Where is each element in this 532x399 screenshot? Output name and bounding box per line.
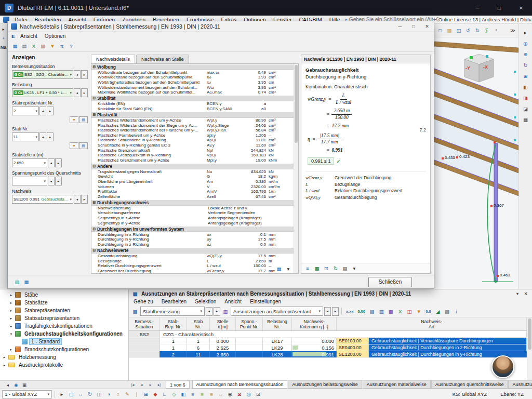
table-group-row[interactable]: BS2GZG - Charakteristisch	[129, 331, 527, 338]
detail-row[interactable]: Relativer DurchbiegungsgrenzwertL / wzul…	[91, 263, 294, 269]
prev-button[interactable]: ◂	[74, 88, 81, 97]
prev-button[interactable]: ◂	[206, 307, 212, 316]
detail-row[interactable]: Durchbiegung in x-Richtungux-0.1mm	[91, 232, 294, 237]
table-row[interactable]: 162.625LK290.156SE0400.00Gebrauchstaugli…	[129, 344, 527, 351]
minimize-button[interactable]: ─	[467, 0, 488, 16]
tree-item[interactable]: ▸Stabsätze	[0, 299, 128, 307]
section-header[interactable]: ⊟Durchbiegungsnachweis	[91, 200, 294, 206]
plane-xy-icon[interactable]: ■	[189, 390, 197, 398]
result-table-dropdown[interactable]: Ausnutzungen an Stabrepräsentanten ▾	[231, 307, 323, 316]
chevron-right-icon[interactable]: ▸	[9, 301, 14, 305]
detail-row[interactable]: GesamtdurchbiegungwQ(E),y17.5mm	[91, 254, 294, 259]
results-menu-item[interactable]: Bearbeiten	[158, 299, 190, 304]
next-button[interactable]: ▸	[81, 195, 88, 204]
grid-icon[interactable]: ⊞	[142, 390, 150, 398]
filter-icon[interactable]: ▼	[415, 307, 423, 315]
table-tab[interactable]: Ausnutzungen belastungsweise	[288, 381, 362, 389]
tree-item[interactable]: ▸Ausdruckprotokolle	[0, 361, 128, 369]
dialog-menu-item[interactable]: Optionen	[42, 33, 69, 39]
detail-row[interactable]: Plastisches Widerstandsmoment um y-Achse…	[91, 118, 294, 123]
table-sync-icon[interactable]: ▦	[313, 264, 321, 273]
print-icon[interactable]: ▤	[20, 42, 29, 50]
column-header[interactable]: Nachweis-Kriterium η [--]	[292, 317, 337, 330]
detail-row[interactable]: Knicklinie (EN)BCEN,ya	[91, 101, 294, 107]
detail-row[interactable]: GewichtG18.2kg/m	[91, 174, 294, 179]
result-diagram-icon[interactable]: ◢	[434, 307, 442, 315]
collapse-icon[interactable]: ⊟	[91, 113, 97, 117]
section-header[interactable]: ⊟Stabilität	[91, 96, 294, 101]
rotate-view-icon[interactable]: ↻	[522, 61, 530, 69]
collapse-icon[interactable]: ⊟	[91, 96, 97, 100]
pin-icon[interactable]: ▾	[513, 290, 522, 297]
chevron-right-icon[interactable]: ▸	[9, 316, 14, 321]
schliessen-button[interactable]: Schließen	[368, 277, 412, 287]
chevron-right-icon[interactable]: ▸	[9, 309, 14, 313]
tree-item[interactable]: ▸Brandschutzkonfigurationen	[0, 345, 128, 353]
plane-yz-icon[interactable]: ■	[198, 390, 206, 398]
tree-item[interactable]: ▾Gebrauchstauglichkeitskonfigurationen	[0, 330, 128, 338]
next-button[interactable]: ▸	[81, 70, 88, 79]
camera-icon[interactable]: ▣	[21, 381, 28, 388]
results-menu-item[interactable]: Gehe zu	[130, 299, 157, 304]
table-row[interactable]: 110.000LK170.000SE0100.00Gebrauchstaugli…	[129, 338, 527, 344]
model-viewport[interactable]: -Y -X 0.435 0.423 0.367 0.463	[434, 37, 518, 289]
table-tab[interactable]: Ausnutzungen nach Stab...	[508, 381, 532, 389]
nachweis-select[interactable]: SE1200 0.991 Gebrauchstauglich... ▾	[12, 195, 73, 204]
spannungspunkt-select[interactable]: ▾	[12, 177, 47, 185]
filter-icon[interactable]: ▼	[70, 142, 78, 149]
new-model-icon[interactable]: □	[436, 26, 444, 35]
stabstelle-select[interactable]: 2.650 ▾	[12, 158, 47, 167]
column-header[interactable]: Stellex [m]	[210, 317, 236, 330]
column-header[interactable]: Spann.-Punkt Nr.	[236, 317, 263, 330]
detail-row[interactable]: Tragwiderstand gegen NormalkraftNu834.62…	[91, 169, 294, 175]
next-button[interactable]: ▸	[55, 177, 62, 185]
results-menu-item[interactable]: Selektion	[191, 299, 220, 304]
tree-item[interactable]: ▸Stabrepräsentanten	[0, 307, 128, 314]
mirror-icon[interactable]: ◑	[104, 390, 113, 398]
guideline-icon[interactable]: |	[132, 390, 141, 398]
print-icon[interactable]: ▤	[341, 264, 349, 273]
collapse-icon[interactable]: ⊟	[91, 164, 97, 168]
tree-item[interactable]: ▸Holzbemessung	[0, 353, 128, 361]
prev-button[interactable]: ◂	[48, 177, 55, 185]
work-plane-icon[interactable]: ◧	[179, 390, 188, 398]
column-header[interactable]: StabNr.	[187, 317, 210, 330]
dialog-maximize-button[interactable]: □	[407, 21, 420, 31]
units-icon[interactable]: π	[58, 42, 66, 50]
calculate-icon[interactable]: ∑	[483, 26, 491, 35]
detail-row[interactable]: Plastische GrenznormalkraftNpl544.824kN	[91, 148, 294, 153]
values-display-icon[interactable]: x.xx	[344, 307, 355, 315]
section-header[interactable]: ⊟Durchbiegungen im unverformten System	[91, 227, 294, 232]
move-icon[interactable]: ↔	[76, 390, 85, 398]
detail-row[interactable]: Schubfläche in y-Richtung gemäß EC 3Av,y…	[91, 143, 294, 148]
column-header[interactable]: Bemess.-Situation	[129, 317, 160, 330]
table-tab[interactable]: Ausnutzungen nach Bemessungssituation	[192, 381, 288, 389]
results-panel-titlebar[interactable]: ▦ Ausnutzungen an Stabrepräsentanten nac…	[129, 289, 532, 298]
detail-row[interactable]: VerschiebungsreferenzVerformte Segmenten…	[91, 210, 294, 216]
edit-icon[interactable]: ✎	[123, 390, 131, 398]
decimal-display-icon[interactable]: 0.00	[356, 307, 367, 315]
detail-row[interactable]: Plastische Schubfläche in y-RichtungApl,…	[91, 138, 294, 143]
detail-row[interactable]: VolumenV2320.00cm³/m	[91, 184, 294, 189]
chevron-right-icon[interactable]: ▸	[2, 355, 7, 360]
results-menu-item[interactable]: Einstellungen	[246, 299, 285, 304]
visibility-icon[interactable]: ◉	[226, 390, 234, 398]
next-button[interactable]: ▸	[81, 88, 88, 97]
dialog-minimize-button[interactable]: ─	[393, 21, 407, 31]
user-avatar[interactable]	[491, 355, 514, 378]
settings-icon[interactable]: *	[492, 26, 500, 35]
open-icon[interactable]: ▤	[445, 26, 454, 35]
stab-select[interactable]: 11 ▾	[12, 132, 39, 141]
fit-view-icon[interactable]: ⊡	[322, 264, 330, 273]
snap-icon[interactable]: ◆	[151, 390, 159, 398]
column-header[interactable]: Nachweis-Art	[337, 317, 527, 330]
pan-icon[interactable]: +	[1, 35, 7, 41]
prev-page-icon[interactable]: ◂	[138, 381, 145, 389]
eye-icon[interactable]: ◉	[12, 381, 20, 388]
menu-dropdown-icon[interactable]: ▾	[350, 264, 358, 273]
dialog-titlebar[interactable]: Nachweisdetails | Stabrepräsentanten | S…	[8, 21, 434, 32]
detail-row[interactable]: Segmenttyp in z-AchseAnfangsgelagert (Kr…	[91, 216, 294, 221]
pointer-icon[interactable]: ▸	[1, 26, 7, 32]
table-row[interactable]: 2112.650LK280.991SE1200.00Gebrauchstaugl…	[129, 351, 527, 358]
prev-button[interactable]: ◂	[74, 195, 81, 204]
